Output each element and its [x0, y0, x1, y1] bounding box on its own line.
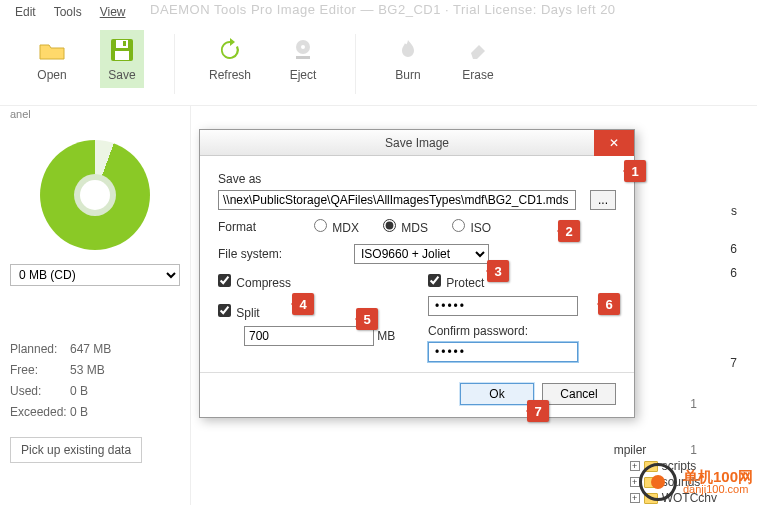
burn-tool[interactable]: Burn	[386, 30, 430, 88]
exceeded-label: Exceeded:	[10, 405, 70, 419]
open-label: Open	[37, 68, 66, 82]
save-as-label: Save as	[218, 172, 616, 186]
erase-tool[interactable]: Erase	[456, 30, 500, 88]
burn-icon	[394, 36, 422, 64]
refresh-tool[interactable]: Refresh	[205, 30, 255, 88]
watermark-url: danji100.com	[683, 484, 753, 495]
annotation-marker-1: 1	[624, 160, 646, 182]
radio-mds[interactable]: MDS	[383, 219, 428, 235]
annotation-marker-3: 3	[487, 260, 509, 282]
watermark-title: 单机100网	[683, 469, 753, 484]
save-label: Save	[108, 68, 135, 82]
side-6b: 6	[730, 266, 737, 280]
svg-point-5	[301, 45, 305, 49]
compress-checkbox[interactable]: Compress	[218, 276, 291, 290]
refresh-label: Refresh	[209, 68, 251, 82]
open-tool[interactable]: Open	[30, 30, 74, 88]
radio-mdx[interactable]: MDX	[314, 219, 359, 235]
save-icon	[108, 36, 136, 64]
password-input[interactable]	[428, 296, 578, 316]
separator	[174, 34, 175, 94]
panel-label-cut: anel	[10, 108, 180, 120]
path-input[interactable]	[218, 190, 576, 210]
close-button[interactable]: ✕	[594, 130, 634, 156]
eject-icon	[289, 36, 317, 64]
menu-view[interactable]: View	[100, 5, 126, 19]
eject-label: Eject	[290, 68, 317, 82]
dialog-title-bar[interactable]: Save Image ✕	[200, 130, 634, 156]
eject-tool[interactable]: Eject	[281, 30, 325, 88]
radio-iso[interactable]: ISO	[452, 219, 491, 235]
left-panel: anel 0 MB (CD) Planned:647 MB Free:53 MB…	[0, 106, 190, 505]
used-label: Used:	[10, 384, 70, 398]
planned-label: Planned:	[10, 342, 70, 356]
annotation-marker-6: 6	[598, 293, 620, 315]
used-value: 0 B	[70, 384, 180, 398]
stats-grid: Planned:647 MB Free:53 MB Used:0 B Excee…	[10, 342, 180, 419]
folder-icon	[38, 36, 66, 64]
annotation-marker-2: 2	[558, 220, 580, 242]
format-label: Format	[218, 220, 308, 234]
exceeded-value: 0 B	[70, 405, 180, 419]
filesystem-select[interactable]: ISO9660 + Joliet	[354, 244, 489, 264]
tree-row[interactable]: mpiler1	[614, 442, 717, 458]
confirm-label: Confirm password:	[428, 324, 616, 338]
annotation-marker-7: 7	[527, 400, 549, 422]
refresh-icon	[216, 36, 244, 64]
confirm-password-input[interactable]	[428, 342, 578, 362]
side-7: 7	[730, 356, 737, 370]
menu-edit[interactable]: Edit	[15, 5, 36, 19]
disc-usage-chart	[40, 140, 150, 250]
toolbar: Open Save Refresh Eject Burn Erase	[0, 24, 757, 106]
side-6a: 6	[730, 242, 737, 256]
browse-button[interactable]: ...	[590, 190, 616, 210]
burn-label: Burn	[395, 68, 420, 82]
menu-tools[interactable]: Tools	[54, 5, 82, 19]
separator	[200, 372, 634, 373]
split-size-input[interactable]	[244, 326, 374, 346]
watermark: 单机100网 danji100.com	[639, 463, 753, 501]
annotation-marker-5: 5	[356, 308, 378, 330]
window-title-faded: DAEMON Tools Pro Image Editor — BG2_CD1 …	[150, 2, 630, 17]
erase-icon	[464, 36, 492, 64]
svg-rect-3	[115, 51, 129, 60]
pick-existing-button[interactable]: Pick up existing data	[10, 437, 142, 463]
ok-button[interactable]: Ok	[460, 383, 534, 405]
free-label: Free:	[10, 363, 70, 377]
save-tool[interactable]: Save	[100, 30, 144, 88]
free-value: 53 MB	[70, 363, 180, 377]
separator	[355, 34, 356, 94]
svg-rect-6	[296, 56, 310, 59]
svg-rect-1	[116, 40, 128, 48]
watermark-logo-icon	[639, 463, 677, 501]
annotation-marker-4: 4	[292, 293, 314, 315]
cancel-button[interactable]: Cancel	[542, 383, 616, 405]
split-unit: MB	[377, 329, 395, 343]
planned-value: 647 MB	[70, 342, 180, 356]
side-s: s	[731, 204, 737, 218]
split-checkbox[interactable]: Split	[218, 306, 260, 320]
drive-select[interactable]: 0 MB (CD)	[10, 264, 180, 286]
dialog-title: Save Image	[385, 136, 449, 150]
svg-rect-2	[123, 41, 126, 46]
filesystem-label: File system:	[218, 247, 308, 261]
protect-checkbox[interactable]: Protect	[428, 276, 484, 290]
close-icon: ✕	[609, 136, 619, 150]
save-image-dialog: Save Image ✕ Save as ... Format MDX MDS …	[199, 129, 635, 418]
erase-label: Erase	[462, 68, 493, 82]
